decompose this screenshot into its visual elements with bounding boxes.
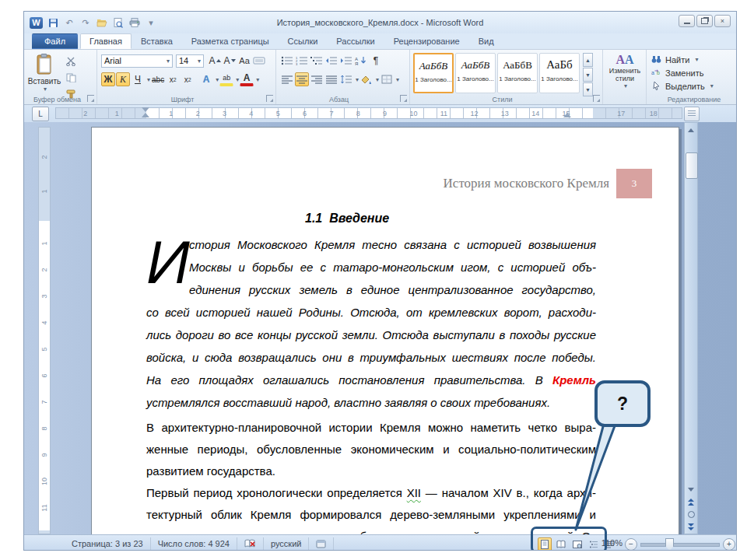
style-card[interactable]: АаБбВ 1 Заголово... [413, 53, 454, 93]
minimize-button[interactable] [679, 15, 695, 27]
document-page[interactable]: История московского Кремля 3 1.1 Введени… [91, 127, 679, 534]
fullscreen-reading-view-button[interactable] [554, 537, 568, 551]
align-right-button[interactable] [310, 72, 324, 86]
borders-button[interactable] [380, 72, 394, 86]
underline-button[interactable]: Ч [131, 72, 145, 86]
ribbon-tab[interactable]: Главная [80, 33, 132, 49]
ribbon-tab[interactable]: Разметка страницы [182, 33, 279, 49]
open-button[interactable] [96, 17, 108, 29]
paste-dropdown-icon[interactable]: ▾ [44, 86, 47, 93]
proofing-status[interactable] [237, 537, 264, 550]
show-marks-button[interactable]: ¶ [369, 54, 383, 68]
font-name-combo[interactable]: Arial▾ [101, 54, 173, 68]
scrollbar-thumb[interactable] [686, 152, 698, 179]
print-preview-button[interactable] [112, 17, 124, 29]
underline-dropdown-icon[interactable]: ▾ [147, 76, 150, 83]
select-button[interactable]: Выделить▾ [647, 79, 714, 93]
page-indicator[interactable]: Страница: 3 из 23 [65, 537, 151, 550]
style-card[interactable]: АаБбВ 1 Заголово... [497, 53, 538, 93]
undo-button[interactable]: ↶ [63, 17, 75, 29]
paragraph-line: устремлялся восставший народ, властно за… [146, 391, 596, 414]
ribbon-tab[interactable]: Вид [469, 33, 503, 49]
word-count[interactable]: Число слов: 4 924 [151, 537, 237, 550]
zoom-out-button[interactable]: − [625, 538, 637, 551]
word-logo-icon[interactable]: W [30, 17, 43, 29]
font-dialog-launcher[interactable] [266, 95, 273, 102]
font-color-button[interactable]: А [240, 72, 254, 86]
styles-group: АаБбВ 1 Заголово... АаБбВ 1 Заголово... … [410, 50, 603, 104]
zoom-in-button[interactable]: + [723, 538, 735, 551]
align-center-button[interactable] [295, 72, 309, 86]
vertical-scrollbar[interactable] [684, 122, 698, 534]
clear-formatting-button[interactable] [252, 54, 266, 68]
redo-button[interactable]: ↷ [79, 17, 92, 29]
shrink-font-button[interactable]: А [223, 54, 237, 68]
right-indent-marker[interactable] [563, 113, 571, 117]
styles-scroll-up-icon[interactable]: ▲ [583, 53, 593, 67]
highlight-button[interactable]: ab [219, 72, 233, 86]
cut-button[interactable] [65, 54, 79, 68]
ribbon-tab[interactable]: Ссылки [279, 33, 328, 49]
paragraph-line: лись дороги во все концы русской земли. … [146, 324, 596, 346]
save-button[interactable] [47, 17, 59, 29]
strikethrough-button[interactable]: abc [151, 72, 165, 86]
close-button[interactable]: × [714, 15, 731, 27]
web-layout-view-button[interactable] [570, 537, 584, 551]
ribbon-tab[interactable]: Вставка [132, 33, 182, 49]
sort-button[interactable]: АЯ [354, 54, 368, 68]
styles-dialog-launcher[interactable] [593, 95, 600, 102]
hanging-indent-marker[interactable] [142, 113, 149, 117]
select-browse-object-button[interactable] [686, 509, 696, 520]
scroll-down-icon[interactable] [686, 484, 696, 495]
style-card[interactable]: АаБбВ 1 Заголово... [455, 53, 496, 93]
numbering-button[interactable]: 123 [295, 54, 309, 68]
justify-button[interactable] [324, 72, 338, 86]
ribbon-tab[interactable]: Файл [32, 33, 78, 49]
first-line-indent-marker[interactable] [142, 107, 149, 112]
bold-button[interactable]: Ж [101, 72, 115, 86]
paragraph-dialog-launcher[interactable] [400, 95, 407, 102]
decrease-indent-button[interactable] [324, 54, 338, 68]
grow-font-button[interactable]: А [208, 54, 222, 68]
line-spacing-button[interactable] [339, 72, 353, 86]
ribbon-tab[interactable]: Рассылки [327, 33, 384, 49]
bullets-button[interactable] [280, 54, 294, 68]
styles-more-icon[interactable]: ▼ [583, 82, 593, 96]
restore-button[interactable] [696, 15, 713, 27]
ruler-toggle-button[interactable] [684, 107, 700, 121]
tab-stop-selector[interactable]: L [32, 107, 49, 121]
multilevel-list-button[interactable] [310, 54, 324, 68]
language-indicator[interactable]: русский [264, 537, 309, 550]
align-left-button[interactable] [280, 72, 294, 86]
copy-button[interactable] [65, 71, 79, 85]
find-button[interactable]: Найти▾ [647, 53, 714, 66]
macro-record-button[interactable] [309, 537, 334, 550]
zoom-level[interactable]: 110% [598, 538, 622, 548]
section-heading: 1.1 Введение [146, 210, 596, 227]
print-button[interactable] [128, 17, 141, 29]
ribbon-tab[interactable]: Рецензирование [384, 33, 469, 49]
styles-scroll-down-icon[interactable]: ▼ [583, 68, 593, 82]
scroll-up-icon[interactable] [686, 124, 696, 135]
style-card[interactable]: АаБб 1 Заголово... [539, 53, 580, 93]
paragraph-3: Первый период хронологически определяетс… [146, 482, 596, 534]
clipboard-dialog-launcher[interactable] [87, 95, 94, 102]
paste-button[interactable]: Вставить ▾ [30, 54, 58, 94]
zoom-slider-thumb[interactable] [665, 538, 674, 551]
subscript-button[interactable]: x2 [166, 72, 180, 86]
shading-button[interactable] [359, 72, 374, 86]
increase-indent-button[interactable] [339, 54, 353, 68]
italic-button[interactable]: К [116, 72, 130, 86]
change-case-button[interactable]: Аа [237, 54, 251, 68]
change-styles-button[interactable]: АА Изменить стили ▾ [607, 53, 643, 95]
customize-qat-button[interactable]: ▾ [145, 17, 157, 29]
previous-page-button[interactable] [686, 496, 696, 507]
font-size-combo[interactable]: 14▾ [176, 54, 204, 68]
header-title: История московского Кремля [444, 176, 609, 191]
superscript-button[interactable]: x2 [181, 72, 195, 86]
replace-button[interactable]: ab Заменить [647, 66, 714, 79]
text-effects-button[interactable]: А [199, 72, 213, 86]
print-layout-view-button[interactable] [538, 537, 552, 551]
next-page-button[interactable] [686, 521, 696, 532]
zoom-slider-track[interactable] [640, 543, 720, 547]
